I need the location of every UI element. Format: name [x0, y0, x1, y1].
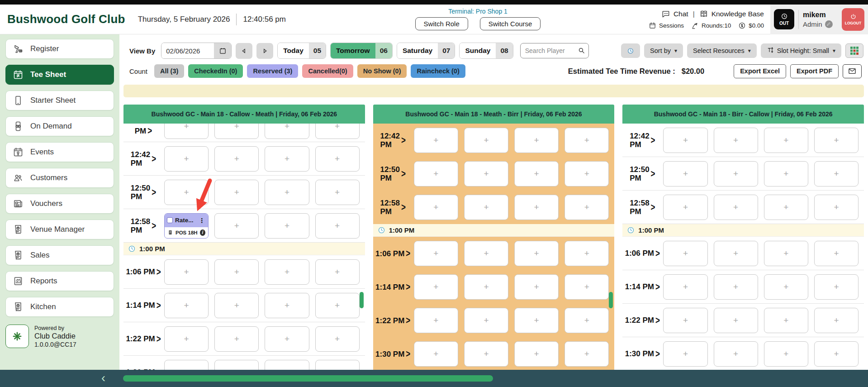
chat-link[interactable]: Chat [661, 10, 688, 19]
switch-role-button[interactable]: Switch Role [415, 17, 468, 30]
sidebar-item-tee-sheet[interactable]: Tee Sheet [5, 65, 114, 85]
empty-slot-button[interactable] [265, 124, 309, 139]
empty-slot-button[interactable] [164, 180, 209, 205]
sidebar-item-customers[interactable]: Customers [5, 168, 114, 188]
filter-chip-checkedin-0[interactable]: CheckedIn (0) [188, 64, 243, 78]
empty-slot-button[interactable] [164, 360, 209, 370]
empty-slot-button[interactable] [164, 124, 209, 139]
empty-slot-button[interactable] [764, 161, 808, 186]
booking-checkbox[interactable] [167, 217, 173, 223]
empty-slot-button[interactable] [814, 274, 859, 300]
horizontal-scrollbar-thumb[interactable] [123, 375, 493, 382]
empty-slot-button[interactable] [714, 161, 758, 186]
empty-slot-button[interactable] [265, 293, 309, 318]
tee-time-label[interactable]: 1:30 PM> [373, 349, 413, 358]
sidebar-item-on-demand[interactable]: On Demand [5, 116, 114, 136]
empty-slot-button[interactable] [265, 146, 309, 172]
tee-time-label[interactable]: 12:42PM> [373, 132, 413, 149]
sidebar-item-starter-sheet[interactable]: Starter Sheet [5, 91, 114, 110]
empty-slot-button[interactable] [414, 161, 458, 186]
tee-time-label[interactable]: 12:50PM> [373, 165, 413, 182]
empty-slot-button[interactable] [564, 241, 609, 266]
empty-slot-button[interactable] [214, 124, 259, 139]
empty-slot-button[interactable] [714, 195, 758, 220]
empty-slot-button[interactable] [315, 213, 360, 239]
switch-course-button[interactable]: Switch Course [480, 17, 541, 30]
day-button-saturday[interactable]: Saturday07 [397, 43, 455, 59]
tee-time-label[interactable]: PM> [123, 124, 163, 135]
empty-slot-button[interactable] [564, 161, 609, 186]
slot-height-dropdown[interactable]: Slot Height: Small [761, 43, 841, 58]
empty-slot-button[interactable] [514, 195, 559, 220]
tee-time-label[interactable]: 12:58PM> [373, 199, 413, 216]
sidebar-item-register[interactable]: Register [5, 39, 114, 59]
tee-time-label[interactable]: 12:50PM> [622, 165, 662, 182]
clock-out-button[interactable]: OUT [774, 9, 794, 29]
empty-slot-button[interactable] [164, 293, 209, 318]
empty-slot-button[interactable] [514, 274, 559, 300]
empty-slot-button[interactable] [464, 274, 508, 300]
empty-slot-button[interactable] [514, 308, 559, 333]
tee-time-label[interactable]: 1:14 PM> [622, 282, 662, 291]
empty-slot-button[interactable] [663, 308, 707, 333]
empty-slot-button[interactable] [814, 341, 859, 367]
tee-time-label[interactable]: 12:58PM> [622, 199, 662, 216]
sidebar-item-reports[interactable]: Reports [5, 271, 114, 291]
logout-button[interactable]: LOGOUT [842, 8, 864, 31]
time-settings-button[interactable] [621, 43, 640, 58]
empty-slot-button[interactable] [663, 241, 707, 266]
empty-slot-button[interactable] [164, 259, 209, 285]
select-resources-dropdown[interactable]: Select Resources [687, 43, 757, 58]
empty-slot-button[interactable] [464, 128, 508, 153]
empty-slot-button[interactable] [514, 241, 559, 266]
empty-slot-button[interactable] [764, 128, 808, 153]
empty-slot-button[interactable] [214, 293, 259, 318]
day-button-sunday[interactable]: Sunday08 [459, 43, 513, 59]
empty-slot-button[interactable] [564, 274, 609, 300]
empty-slot-button[interactable] [714, 128, 758, 153]
empty-slot-button[interactable] [265, 213, 309, 239]
sidebar-item-kitchen[interactable]: Kitchen [5, 297, 114, 317]
empty-slot-button[interactable] [663, 128, 707, 153]
sidebar-item-venue-manager[interactable]: Venue Manager [5, 220, 114, 239]
empty-slot-button[interactable] [214, 259, 259, 285]
sidebar-item-events[interactable]: Events [5, 142, 114, 162]
sidebar-item-sales[interactable]: Sales [5, 245, 114, 265]
empty-slot-button[interactable] [214, 180, 259, 205]
tee-time-label[interactable]: 12:50PM> [123, 184, 163, 201]
empty-slot-button[interactable] [414, 195, 458, 220]
empty-slot-button[interactable] [764, 341, 808, 367]
empty-slot-button[interactable] [315, 360, 360, 370]
settings-button[interactable] [5, 325, 29, 348]
empty-slot-button[interactable] [315, 293, 360, 318]
empty-slot-button[interactable] [414, 341, 458, 367]
filter-chip-reserved-3[interactable]: Reserved (3) [247, 64, 298, 78]
empty-slot-button[interactable] [564, 341, 609, 367]
filter-chip-no-show-0[interactable]: No Show (0) [357, 64, 407, 78]
empty-slot-button[interactable] [814, 128, 859, 153]
export-excel-button[interactable]: Export Excel [734, 64, 786, 78]
booking-card[interactable]: Rate...⋮POS 18Hi [164, 213, 209, 239]
empty-slot-button[interactable] [265, 180, 309, 205]
empty-slot-button[interactable] [564, 195, 609, 220]
empty-slot-button[interactable] [814, 308, 859, 333]
empty-slot-button[interactable] [214, 213, 259, 239]
empty-slot-button[interactable] [315, 124, 360, 139]
calendar-picker-button[interactable] [214, 43, 231, 58]
next-day-button[interactable] [256, 43, 273, 59]
empty-slot-button[interactable] [714, 241, 758, 266]
empty-slot-button[interactable] [315, 180, 360, 205]
empty-slot-button[interactable] [214, 146, 259, 172]
empty-slot-button[interactable] [315, 326, 360, 352]
empty-slot-button[interactable] [764, 308, 808, 333]
empty-slot-button[interactable] [164, 146, 209, 172]
tee-time-label[interactable]: 1:30 PM> [622, 349, 662, 358]
info-icon[interactable]: i [200, 229, 206, 236]
empty-slot-button[interactable] [315, 259, 360, 285]
empty-slot-button[interactable] [764, 241, 808, 266]
tee-time-label[interactable]: 1:22 PM> [123, 334, 163, 344]
collapse-sidebar-chevron[interactable]: ‹ [101, 370, 105, 386]
empty-slot-button[interactable] [214, 326, 259, 352]
sort-by-dropdown[interactable]: Sort by [644, 43, 683, 58]
tee-time-label[interactable]: 1:14 PM> [123, 301, 163, 310]
